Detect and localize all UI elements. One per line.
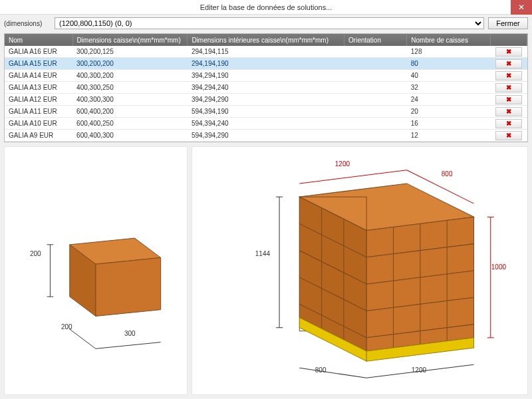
table-row[interactable]: GALIA A14 EUR400,300,200394,294,19040✖ — [5, 70, 527, 82]
delete-row-button[interactable]: ✖ — [495, 83, 522, 92]
cell-orient — [344, 94, 407, 106]
cell-inner: 594,394,190 — [188, 106, 344, 118]
cell-nom: GALIA A16 EUR — [5, 46, 72, 58]
cell-dims: 300,200,200 — [72, 58, 188, 70]
col-inner[interactable]: Dimensions intérieures caisse\n(mm*mm*mm… — [188, 34, 344, 46]
cell-nom: GALIA A11 EUR — [5, 106, 72, 118]
cell-dims: 600,400,250 — [72, 118, 188, 130]
pallet-preview-pane: 1200 800 1144 1000 800 1200 — [192, 146, 528, 395]
window-title: Editer la base de données de solutions..… — [200, 3, 332, 11]
table-row[interactable]: GALIA A12 EUR400,300,300394,294,29024✖ — [5, 94, 527, 106]
cell-orient — [344, 58, 407, 70]
table-header-row: Nom Dimensions caisse\n(mm*mm*mm) Dimens… — [5, 34, 527, 46]
cell-inner: 594,394,290 — [188, 130, 344, 142]
box-svg — [5, 147, 187, 394]
cell-nom: GALIA A12 EUR — [5, 94, 72, 106]
cell-inner: 394,294,240 — [188, 82, 344, 94]
svg-marker-2 — [96, 257, 161, 316]
cell-inner: 394,294,190 — [188, 70, 344, 82]
window-close-button[interactable]: ✕ — [511, 0, 532, 15]
close-icon: ✕ — [518, 3, 525, 12]
cell-count: 32 — [407, 82, 491, 94]
svg-line-29 — [299, 368, 366, 378]
cell-delete: ✖ — [490, 118, 527, 130]
cell-orient — [344, 106, 407, 118]
svg-line-6 — [70, 329, 96, 348]
col-dims[interactable]: Dimensions caisse\n(mm*mm*mm) — [72, 34, 188, 46]
cell-count: 16 — [407, 118, 491, 130]
cell-nom: GALIA A10 EUR — [5, 118, 72, 130]
cell-nom: GALIA A15 EUR — [5, 58, 72, 70]
cell-inner: 594,394,240 — [188, 118, 344, 130]
cell-count: 20 — [407, 106, 491, 118]
pallet-length-label: 1200 — [412, 366, 426, 374]
cell-count: 80 — [407, 58, 491, 70]
cell-orient — [344, 70, 407, 82]
delete-row-button[interactable]: ✖ — [495, 59, 522, 68]
table-row[interactable]: GALIA A10 EUR600,400,250594,394,24016✖ — [5, 118, 527, 130]
pallet-top-length-label: 1200 — [335, 160, 350, 168]
pallet-total-height-label: 1144 — [255, 250, 270, 257]
window-titlebar: Editer la base de données de solutions..… — [0, 0, 532, 15]
controls-row: (dimensions) (1200,800,1150) (0, 0) Ferm… — [0, 15, 532, 32]
box-height-label: 200 — [30, 250, 41, 257]
box-preview-pane: 200 200 300 — [4, 146, 188, 395]
cell-dims: 600,400,200 — [72, 106, 188, 118]
col-nom[interactable]: Nom — [5, 34, 72, 46]
box-width-label: 300 — [124, 330, 136, 337]
cell-nom: GALIA A13 EUR — [5, 82, 72, 94]
table-row[interactable]: GALIA A16 EUR300,200,125294,194,115128✖ — [5, 46, 527, 58]
table-row[interactable]: GALIA A9 EUR600,400,300594,394,29012✖ — [5, 130, 527, 142]
cell-delete: ✖ — [490, 70, 527, 82]
cell-nom: GALIA A14 EUR — [5, 70, 72, 82]
cell-dims: 400,300,200 — [72, 70, 188, 82]
delete-row-button[interactable]: ✖ — [495, 71, 522, 80]
pallet-svg — [192, 147, 527, 394]
delete-row-button[interactable]: ✖ — [495, 107, 522, 116]
delete-row-button[interactable]: ✖ — [495, 47, 522, 57]
col-orient[interactable]: Orientation — [344, 34, 407, 46]
solutions-table: Nom Dimensions caisse\n(mm*mm*mm) Dimens… — [4, 33, 528, 142]
svg-line-7 — [96, 342, 161, 349]
cell-count: 128 — [407, 46, 491, 58]
cell-dims: 300,200,125 — [72, 46, 188, 58]
table-row[interactable]: GALIA A11 EUR600,400,200594,394,19020✖ — [5, 106, 527, 118]
cell-orient — [344, 46, 407, 58]
svg-line-8 — [299, 170, 406, 184]
cell-delete: ✖ — [490, 94, 527, 106]
cell-count: 24 — [407, 94, 491, 106]
table-row[interactable]: GALIA A13 EUR400,300,250394,294,24032✖ — [5, 82, 527, 94]
delete-row-button[interactable]: ✖ — [495, 131, 522, 140]
dimensions-dropdown[interactable]: (1200,800,1150) (0, 0) — [55, 17, 484, 29]
cell-delete: ✖ — [490, 82, 527, 94]
cell-count: 40 — [407, 70, 491, 82]
cell-inner: 294,194,190 — [188, 58, 344, 70]
cell-orient — [344, 130, 407, 142]
cell-delete: ✖ — [490, 130, 527, 142]
cell-nom: GALIA A9 EUR — [5, 130, 72, 142]
col-count[interactable]: Nombre de caisses — [407, 34, 491, 46]
pallet-width-label: 800 — [315, 366, 327, 374]
cell-inner: 394,294,290 — [188, 94, 344, 106]
cell-count: 12 — [407, 130, 491, 142]
cell-dims: 600,400,300 — [72, 130, 188, 142]
pallet-stack-height-label: 1000 — [491, 263, 506, 271]
cell-dims: 400,300,300 — [72, 94, 188, 106]
table-row[interactable]: GALIA A15 EUR300,200,200294,194,19080✖ — [5, 58, 527, 70]
cell-delete: ✖ — [490, 106, 527, 118]
col-delete — [490, 34, 527, 46]
delete-row-button[interactable]: ✖ — [495, 95, 522, 104]
cell-dims: 400,300,250 — [72, 82, 188, 94]
cell-delete: ✖ — [490, 46, 527, 58]
preview-area: 200 200 300 — [0, 142, 532, 399]
box-depth-label: 200 — [61, 323, 72, 331]
cell-orient — [344, 82, 407, 94]
cell-delete: ✖ — [490, 58, 527, 70]
dimensions-label: (dimensions) — [4, 20, 51, 27]
delete-row-button[interactable]: ✖ — [495, 119, 522, 128]
pallet-top-width-label: 800 — [442, 170, 453, 178]
close-button[interactable]: Fermer — [488, 17, 528, 29]
cell-inner: 294,194,115 — [188, 46, 344, 58]
cell-orient — [344, 118, 407, 130]
